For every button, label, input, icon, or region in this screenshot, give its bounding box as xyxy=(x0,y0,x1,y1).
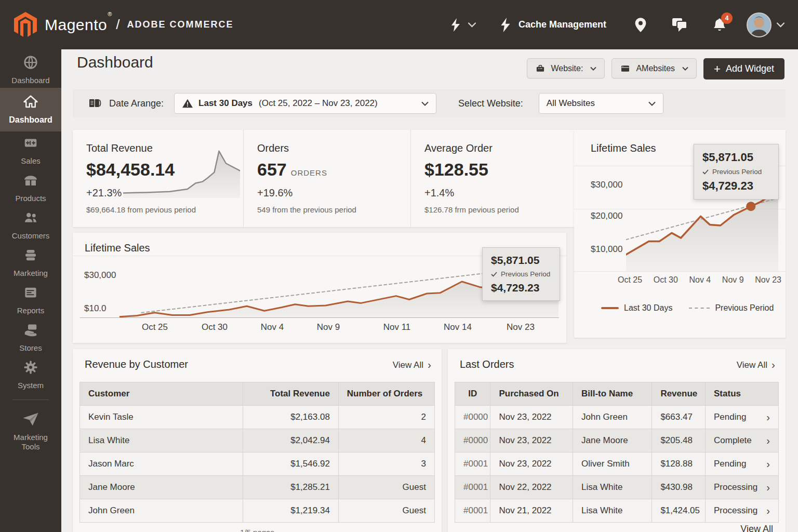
next-page-arrow-icon[interactable]: → xyxy=(286,527,295,532)
legend-previous-period: Previous Period xyxy=(689,303,774,313)
date-range-label: Date Arange: xyxy=(109,98,164,109)
table-row[interactable]: Jane Moore $1,285.21 Guest xyxy=(80,476,434,499)
table-row[interactable]: #0001 Nov 21, 2022 Lisa White $1,424.05 … xyxy=(455,499,778,523)
date-range-dropdown[interactable]: Last 30 Days (Oct 25, 2022 – Nov 23, 202… xyxy=(174,93,436,114)
legend-dashed-swatch xyxy=(689,308,710,309)
chart-legend: Last 30 Days Previous Period xyxy=(601,303,774,313)
sidebar-item-stores[interactable]: Stores xyxy=(0,318,61,356)
sidebar-item-label: Marketing xyxy=(14,269,48,277)
sidebar-item-system[interactable]: System xyxy=(0,356,61,393)
sidebar: Dashboard Dashboard Sales Products Custo… xyxy=(0,49,61,532)
sidebar-item-marketing-tools[interactable]: Marketing Tools xyxy=(0,406,61,456)
notifications-bell[interactable]: 4 xyxy=(712,17,727,33)
warning-triangle-icon xyxy=(182,98,193,109)
add-widget-label: Add Widget xyxy=(726,63,774,74)
gear-icon xyxy=(23,360,38,377)
sidebar-item-label: Dashboard xyxy=(9,115,52,125)
quick-actions-chevron-down-icon[interactable] xyxy=(468,22,476,28)
user-avatar[interactable] xyxy=(747,12,772,37)
table-row[interactable]: John Green $1,219.34 Guest xyxy=(80,499,434,523)
lifetime-sales-main-panel: Lifetime Sales $30,000 $10.0 Oct 25 Oct … xyxy=(73,233,566,343)
chevron-right-icon: › xyxy=(766,435,770,447)
sidebar-item-dashboard[interactable]: Dashboard xyxy=(0,88,61,131)
y-axis-label: $30,000 xyxy=(591,180,622,190)
orders-view-all-link[interactable]: View All› xyxy=(737,360,775,370)
stat-note: $69,664.18 from pevious period xyxy=(86,205,230,214)
sidebar-item-products[interactable]: Products xyxy=(0,169,61,206)
sales-icon xyxy=(23,135,38,153)
chevron-right-icon: › xyxy=(766,505,770,517)
x-axis-label: Oct 25 xyxy=(142,322,168,332)
y-axis-label: $20,000 xyxy=(591,211,622,221)
table-row[interactable]: #0001 Nov 23, 2022 Oliver Smith $128.88 … xyxy=(455,453,778,476)
revenue-by-customer-panel: Revenue by Customer View All› Customer T… xyxy=(73,349,442,532)
website-scope-button[interactable]: Website: xyxy=(527,58,605,78)
stat-average-order: Average Order $128.55 +1.4% $126.78 frm … xyxy=(410,130,574,227)
legend-line-swatch xyxy=(601,307,619,309)
table-row[interactable]: #0000 Nov 23, 2022 John Green $663.47 Pe… xyxy=(455,406,778,429)
last-orders-table: ID Purchased On Bill-to Name Revenue Sta… xyxy=(455,382,779,523)
cache-management-button[interactable]: Cache Management xyxy=(499,17,606,33)
home-icon xyxy=(23,94,38,112)
chart-tooltip: $5,871.05 Previous Period $4,729.23 xyxy=(482,247,560,301)
stores-scope-button[interactable]: AMebsites xyxy=(611,58,697,78)
date-book-icon xyxy=(88,97,102,110)
y-axis-label: $10,000 xyxy=(591,244,622,255)
stat-title: Average Order xyxy=(424,142,561,154)
chevron-right-icon: › xyxy=(766,458,770,470)
plus-icon: + xyxy=(714,63,721,75)
y-axis-label: $30,000 xyxy=(84,270,116,281)
quick-actions-lightning-icon[interactable] xyxy=(449,18,462,32)
stores-scope-label: AMebsites xyxy=(636,64,675,73)
website-select-dropdown[interactable]: All Websites xyxy=(539,93,663,114)
stat-title: Total Revenue xyxy=(86,142,230,154)
user-menu-chevron-down-icon[interactable] xyxy=(777,22,784,28)
revenue-view-all-link[interactable]: View All› xyxy=(393,360,431,370)
table-row[interactable]: Jason Marc $1,546.92 3 xyxy=(80,453,434,476)
chevron-down-icon xyxy=(682,66,688,71)
x-axis-label: Oct 30 xyxy=(202,322,228,332)
stat-delta: +19.6% xyxy=(257,187,397,199)
pagination: ← 1/5 pages → xyxy=(73,527,442,532)
cache-management-label: Cache Management xyxy=(518,19,606,30)
reports-icon xyxy=(23,285,38,302)
x-axis-label: Nov 9 xyxy=(722,275,744,285)
chevron-down-icon xyxy=(648,101,656,106)
table-row[interactable]: #0000 Nov 23, 2022 Jane Moore $205.48 Co… xyxy=(455,429,778,453)
column-header: Revenue xyxy=(652,382,706,406)
table-header-row: ID Purchased On Bill-to Name Revenue Sta… xyxy=(455,382,778,406)
x-axis-label: Nov 11 xyxy=(383,322,411,332)
stat-title: Orders xyxy=(257,142,397,154)
globe-dashboard-icon xyxy=(23,55,38,72)
sidebar-item-sales[interactable]: Sales xyxy=(0,131,61,169)
topbar: Magento ® / ADOBE COMMERCE Cache Managem… xyxy=(0,0,798,49)
orders-footer-view-all-link[interactable]: View All xyxy=(740,524,773,532)
stat-total-revenue: Total Revenue $84,458.14 +21.3% $69,664.… xyxy=(73,130,243,227)
location-pin-icon[interactable] xyxy=(633,17,648,33)
table-row[interactable]: Kevin Tasle $2,163.08 2 xyxy=(80,406,434,429)
stat-note: $126.78 frm pevious period xyxy=(424,205,561,214)
website-select-value: All Websites xyxy=(547,98,595,109)
panel-title: Lifetime Sales xyxy=(85,242,150,254)
sidebar-item-marketing[interactable]: Marketing xyxy=(0,244,61,281)
tooltip-value: $5,871.05 xyxy=(702,151,770,164)
add-widget-button[interactable]: + Add Widget xyxy=(703,58,784,79)
table-row[interactable]: #0001 Nov 22, 2022 Lisa White $430.98 Pr… xyxy=(455,476,778,499)
panel-title: Revenue by Customer xyxy=(85,358,188,370)
magento-logo-icon xyxy=(14,11,37,38)
table-row[interactable]: Lisa White $2,042.94 4 xyxy=(80,429,434,453)
sidebar-item-label: Customers xyxy=(12,231,50,240)
sidebar-item-customers[interactable]: Customers xyxy=(0,206,61,244)
kpi-stats-card: Total Revenue $84,458.14 +21.3% $69,664.… xyxy=(73,130,574,227)
sidebar-item-reports[interactable]: Reports xyxy=(0,281,61,318)
stat-unit: ORDERS xyxy=(291,168,327,177)
previous-page-arrow-icon[interactable]: ← xyxy=(220,527,229,532)
stat-delta: +21.3% xyxy=(86,187,230,199)
date-range-detail: (Oct 25, 2022 – Nov 23, 2022) xyxy=(259,98,378,109)
x-axis-label: Nov 4 xyxy=(261,322,284,332)
select-website-label: Select Website: xyxy=(458,98,523,109)
chevron-right-icon: › xyxy=(766,482,770,494)
sidebar-item-dashboard-top[interactable]: Dashboard xyxy=(0,51,61,88)
brand-separator: / xyxy=(116,17,119,33)
messages-icon[interactable] xyxy=(671,17,688,33)
